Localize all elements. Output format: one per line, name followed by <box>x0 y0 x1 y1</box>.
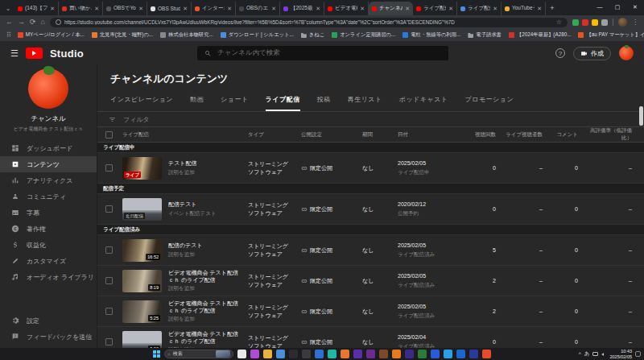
filter-bar[interactable]: フィルタ <box>97 112 644 127</box>
video-title[interactable]: ビデオ電機商会 テスト配信ｃｈ のライブ配信 <box>168 269 242 283</box>
taskbar-search[interactable]: ○ 検索 <box>164 350 233 358</box>
tab-close-icon[interactable]: ✕ <box>183 6 188 12</box>
video-thumbnail[interactable]: 2:06 <box>122 331 162 349</box>
browser-tab[interactable]: OBSのエンコ✕ <box>236 2 280 15</box>
start-button[interactable] <box>153 350 160 358</box>
sidebar-item-設定[interactable]: 設定 <box>0 312 97 329</box>
video-row[interactable]: 8:19ビデオ電機商会 テスト配信ｃｈ のライブ配信説明を追加ストリーミング ソ… <box>97 266 644 296</box>
video-title[interactable]: テスト配信 <box>168 159 197 167</box>
sidebar-item-コンテンツ[interactable]: コンテンツ <box>0 156 97 172</box>
taskbar-app-edge-icon[interactable] <box>444 350 452 358</box>
video-title[interactable]: ビデオ電機商会 テスト配信ｃｈ のライブ配信 <box>168 300 242 314</box>
row-checkbox[interactable] <box>105 164 113 172</box>
taskbar-clock[interactable]: 10:43 2025/02/05 <box>609 349 632 360</box>
tab-close-icon[interactable]: ✕ <box>94 6 99 12</box>
bookmark-item[interactable]: 電柱・無線等の利用... <box>402 31 460 39</box>
sidebar-item-カスタマイズ[interactable]: カスタマイズ <box>0 253 97 269</box>
tab-投稿[interactable]: 投稿 <box>317 95 331 111</box>
bookmark-star-icon[interactable]: ☆ <box>556 19 562 26</box>
browser-tab[interactable]: ビデオ電機㈱✕ <box>324 2 369 15</box>
tab-search-button[interactable]: ⌄ <box>2 2 14 15</box>
youtube-logo-icon[interactable] <box>26 48 43 59</box>
sidebar-item-収益化[interactable]: 収益化 <box>0 237 97 253</box>
address-bar[interactable]: https://studio.youtube.com/channel/UCDLV… <box>50 18 568 27</box>
row-checkbox[interactable] <box>105 205 113 213</box>
minimize-button[interactable]: — <box>591 0 609 14</box>
video-thumbnail[interactable]: 5:25 <box>122 300 162 323</box>
video-row[interactable]: 5:25ビデオ電機商会 テスト配信ｃｈ のライブ配信説明を追加ストリーミング ソ… <box>97 296 644 327</box>
taskbar-app-lightroom-icon[interactable] <box>469 350 478 358</box>
tab-動画[interactable]: 動画 <box>190 95 204 111</box>
row-checkbox[interactable] <box>105 277 113 284</box>
taskbar-app-xd-icon[interactable] <box>366 350 375 358</box>
video-title[interactable]: ビデオ電機商会 テスト配信ｃｈ のライブ配信 <box>168 330 242 345</box>
video-title[interactable]: 配信テスト <box>168 201 217 208</box>
taskbar-app-fresco-icon[interactable] <box>353 350 362 358</box>
taskbar-app-excel-icon[interactable] <box>418 350 427 358</box>
back-icon[interactable]: ← <box>6 19 13 26</box>
tab-再生リスト[interactable]: 再生リスト <box>348 95 382 111</box>
browser-tab[interactable]: (143)【フィル✕ <box>14 2 59 15</box>
tab-ショート[interactable]: ショート <box>221 95 249 111</box>
video-thumbnail[interactable]: 16:52 <box>122 239 162 262</box>
tab-close-icon[interactable]: ✕ <box>493 6 497 12</box>
sidebar-item-フィードバックを送信[interactable]: フィードバックを送信 <box>0 329 97 345</box>
col-header-live[interactable]: ライブ配信 <box>122 131 248 139</box>
channel-avatar-small[interactable] <box>619 46 634 60</box>
taskbar-app-copilot-icon[interactable] <box>237 350 246 358</box>
bookmark-item[interactable]: 株式会社本物研究... <box>160 31 213 39</box>
taskbar-app-teal-icon[interactable] <box>328 350 336 358</box>
video-row[interactable]: 近日配信配信テストイベント配信テストストリーミング ソフトウェア限定公開なし20… <box>97 194 644 225</box>
reload-icon[interactable]: ⟳ <box>30 19 36 26</box>
extension-colorful-icon[interactable] <box>572 19 579 26</box>
bookmark-item[interactable]: オンライン定期講習の... <box>332 31 395 39</box>
bookmark-item[interactable]: 北見市(北見・端野)の... <box>92 31 153 39</box>
studio-brand[interactable]: Studio <box>50 48 84 60</box>
studio-search-input[interactable]: チャンネル内で検索 <box>197 46 448 60</box>
notification-icon[interactable] <box>635 351 641 357</box>
taskbar-app-explorer-icon[interactable] <box>263 350 272 358</box>
apps-grid-icon[interactable]: ⠿ <box>6 31 10 39</box>
create-button[interactable]: 作成 <box>573 47 611 60</box>
video-row[interactable]: ライブテスト配信説明を追加ストリーミング ソフトウェア限定公開なし2025/02… <box>97 153 644 184</box>
video-thumbnail[interactable]: ライブ <box>122 157 162 180</box>
bookmark-item[interactable]: MYページ/ログイン / 本... <box>18 31 85 39</box>
tab-close-icon[interactable]: ✕ <box>360 6 365 12</box>
extensions-puzzle-icon[interactable] <box>601 19 608 26</box>
taskbar-app-dark-icon[interactable] <box>302 350 311 358</box>
video-description[interactable]: 説明を追加 <box>168 285 242 292</box>
video-description[interactable]: 説明を追加 <box>168 316 242 323</box>
bookmark-item[interactable]: きねこ <box>301 31 324 39</box>
browser-tab[interactable]: YouTubeライ✕ <box>502 2 546 15</box>
tab-close-icon[interactable]: ✕ <box>227 6 232 12</box>
taskbar-app-blue-sphere-icon[interactable] <box>431 350 440 358</box>
browser-tab[interactable]: OBS Studio✕ <box>147 2 192 15</box>
tab-close-icon[interactable]: ✕ <box>448 6 453 12</box>
taskbar-app-premiere-icon[interactable] <box>405 350 414 358</box>
row-checkbox[interactable] <box>105 338 113 346</box>
sidebar-item-オーディオ ライブラリ[interactable]: オーディオ ライブラリ <box>0 269 97 285</box>
browser-menu-icon[interactable]: ⋮ <box>632 19 638 26</box>
speaker-icon[interactable] <box>601 352 606 357</box>
channel-avatar-large[interactable] <box>28 68 68 109</box>
extension-youtube-icon[interactable] <box>582 19 588 26</box>
extension-pinwheel-icon[interactable] <box>592 19 598 26</box>
sidebar-item-アナリティクス[interactable]: アナリティクス <box>0 172 97 188</box>
visibility-cell[interactable]: 限定公開 <box>301 338 362 346</box>
browser-tab[interactable]: インターネット✕ <box>192 2 236 15</box>
video-thumbnail[interactable]: 8:19 <box>122 270 162 292</box>
video-description[interactable]: イベント配信テスト <box>168 210 217 217</box>
tab-close-icon[interactable]: ✕ <box>271 6 276 12</box>
browser-tab[interactable]: チャンネルのコ✕ <box>369 2 413 15</box>
browser-tab[interactable]: 【2025最新✕ <box>280 2 324 15</box>
bookmark-item[interactable]: 【au PAY マーケット】イ... <box>578 31 644 39</box>
forward-icon[interactable]: → <box>18 19 25 26</box>
taskbar-app-illustrator-icon[interactable] <box>392 350 401 358</box>
network-icon[interactable] <box>592 352 598 356</box>
site-info-icon[interactable] <box>56 19 61 25</box>
video-row[interactable]: 16:52配信のテスト説明を追加ストリーミング ソフトウェア限定公開なし2025… <box>97 235 644 266</box>
maximize-button[interactable]: ▢ <box>609 0 626 14</box>
browser-tab[interactable]: ライブ配信 フ✕ <box>457 2 502 15</box>
browser-tab[interactable]: 買い物かご✕ <box>59 2 103 15</box>
taskbar-app-cast-icon[interactable] <box>315 350 324 358</box>
